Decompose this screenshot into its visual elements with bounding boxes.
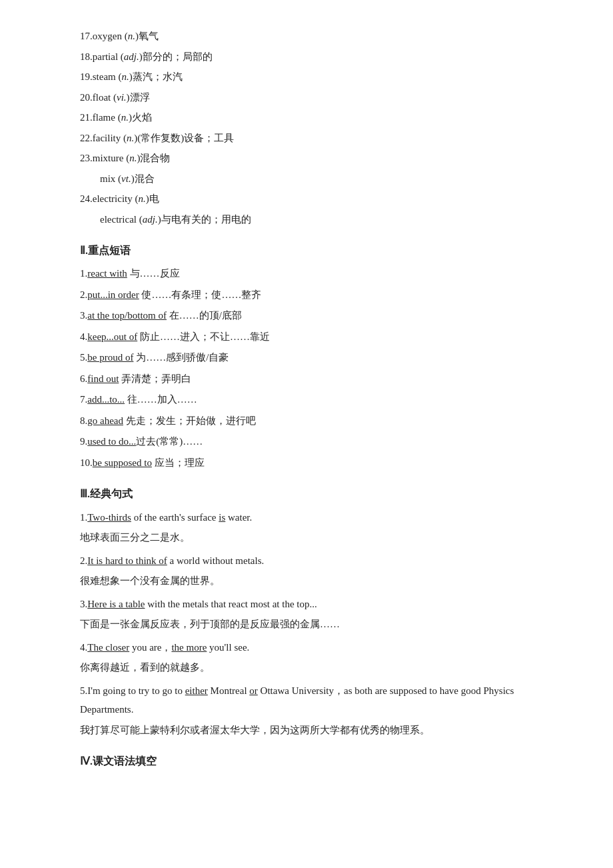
phrase-num: 3.	[80, 310, 87, 321]
phrase-meaning: 使……有条理；使……整齐	[141, 289, 261, 300]
phrase-meaning: 与……反应	[130, 268, 180, 279]
vocab-meaning: (常作复数)设备；工具	[137, 133, 234, 143]
phrase-meaning: 应当；理应	[155, 457, 205, 468]
sentence-underline-2: or	[249, 685, 258, 696]
sentence-num: 2.	[80, 555, 87, 566]
vocab-number: 18.	[80, 51, 93, 62]
sentence-underline: The closer	[87, 642, 129, 653]
sentence-num: 4.	[80, 642, 87, 653]
vocab-list: 17.oxygen (n.)氧气 18.partial (adj.)部分的；局部…	[80, 27, 546, 229]
vocab-meaning: 漂浮	[130, 92, 150, 103]
vocab-word: mixture	[93, 153, 124, 163]
phrase-en: add...to...	[87, 394, 125, 405]
phrase-num: 7.	[80, 394, 87, 405]
phrase-item-8: 8.go ahead 先走；发生；开始做，进行吧	[80, 411, 546, 431]
vocab-item-20: 20.float (vi.)漂浮	[80, 88, 546, 107]
phrase-item-10: 10.be supposed to 应当；理应	[80, 453, 546, 473]
vocab-word: mix	[100, 173, 115, 184]
vocab-item-electrical: electrical (adj.)与电有关的；用电的	[80, 210, 546, 229]
phrase-meaning: 在……的顶/底部	[169, 310, 242, 321]
phrase-item-6: 6.find out 弄清楚；弄明白	[80, 369, 546, 389]
phrase-en: used to do...	[87, 436, 136, 447]
vocab-word: flame	[93, 112, 115, 123]
vocab-pos: n.	[128, 31, 135, 41]
phrase-en: find out	[87, 373, 119, 384]
vocab-number: 23.	[80, 153, 93, 163]
phrase-item-7: 7.add...to... 往……加入……	[80, 390, 546, 409]
vocab-meaning: 与电有关的；用电的	[161, 214, 251, 225]
phrase-en: put...in order	[87, 289, 139, 300]
vocab-pos: adj.	[143, 214, 158, 225]
vocab-item-24: 24.electricity (n.)电	[80, 189, 546, 209]
phrase-num: 6.	[80, 373, 87, 384]
vocab-pos: n.	[129, 153, 137, 163]
vocab-word: electrical	[100, 214, 137, 225]
vocab-meaning: 混合物	[140, 153, 170, 163]
phrase-num: 10.	[80, 457, 93, 468]
vocab-word: facility	[93, 133, 121, 143]
phrase-en: react with	[87, 268, 127, 279]
sentence-num: 3.	[80, 599, 87, 609]
section3-title: Ⅲ.经典句式	[80, 484, 546, 503]
phrase-en: go ahead	[87, 415, 123, 426]
phrase-num: 4.	[80, 331, 87, 342]
vocab-meaning: 火焰	[132, 112, 152, 123]
sentence-item-4-en: 4.The closer you are，the more you'll see…	[80, 638, 546, 657]
phrase-num: 9.	[80, 436, 87, 447]
sentence-num: 5.	[80, 685, 87, 696]
sentence-item-5-cn: 我打算尽可能上蒙特利尔或者渥太华大学，因为这两所大学都有优秀的物理系。	[80, 721, 546, 740]
vocab-word: steam	[93, 71, 116, 82]
phrase-meaning: 为……感到骄傲/自豪	[136, 352, 229, 363]
vocab-word: float	[93, 92, 111, 103]
sentence-underline: either	[185, 685, 208, 696]
sentence-underline: Here is a table	[87, 599, 145, 609]
sentence-item-3-cn: 下面是一张金属反应表，列于顶部的是反应最强的金属……	[80, 615, 546, 634]
sentence-item-2-cn: 很难想象一个没有金属的世界。	[80, 571, 546, 591]
phrase-num: 2.	[80, 289, 87, 300]
phrase-item-5: 5.be proud of 为……感到骄傲/自豪	[80, 348, 546, 367]
phrase-meaning: 先走；发生；开始做，进行吧	[126, 415, 256, 426]
vocab-pos: n.	[121, 112, 129, 123]
phrase-item-2: 2.put...in order 使……有条理；使……整齐	[80, 285, 546, 305]
vocab-meaning: 部分的；局部的	[143, 51, 213, 62]
sentence-item-3-en: 3.Here is a table with the metals that r…	[80, 595, 546, 614]
phrase-item-9: 9.used to do...过去(常常)……	[80, 432, 546, 451]
vocab-item-19: 19.steam (n.)蒸汽；水汽	[80, 67, 546, 87]
phrase-item-1: 1.react with 与……反应	[80, 264, 546, 283]
vocab-pos: vt.	[121, 173, 131, 184]
section4-title: Ⅳ.课文语法填空	[80, 751, 546, 771]
vocab-meaning: 蒸汽；水汽	[133, 71, 183, 82]
vocab-number: 20.	[80, 92, 93, 103]
phrase-meaning: 往……加入……	[127, 394, 197, 405]
vocab-number: 17.	[80, 31, 93, 41]
sentence-item-5-en: 5.I'm going to try to go to either Montr…	[80, 681, 546, 719]
section2-title: Ⅱ.重点短语	[80, 241, 546, 260]
vocab-pos: n.	[127, 133, 134, 143]
sentence-list: 1.Two-thirds of the earth's surface is w…	[80, 508, 546, 740]
vocab-item-22: 22.facility (n.)(常作复数)设备；工具	[80, 129, 546, 148]
sentence-item-4-cn: 你离得越近，看到的就越多。	[80, 658, 546, 677]
phrase-num: 5.	[80, 352, 87, 363]
phrase-en: keep...out of	[87, 331, 137, 342]
vocab-meaning: 混合	[135, 173, 155, 184]
phrase-en: at the top/bottom of	[87, 310, 167, 321]
vocab-meaning: 氧气	[139, 31, 159, 41]
vocab-item-23: 23.mixture (n.)混合物	[80, 149, 546, 168]
sentence-item-1-en: 1.Two-thirds of the earth's surface is w…	[80, 508, 546, 527]
vocab-item-mix: mix (vt.)混合	[80, 169, 546, 189]
vocab-word: partial	[93, 51, 118, 62]
sentence-num: 1.	[80, 512, 87, 523]
vocab-item-17: 17.oxygen (n.)氧气	[80, 27, 546, 46]
vocab-pos: vi.	[117, 92, 127, 103]
phrase-meaning: 弄清楚；弄明白	[121, 373, 191, 384]
vocab-number: 22.	[80, 133, 93, 143]
phrase-meaning: 防止……进入；不让……靠近	[140, 331, 270, 342]
vocab-number: 21.	[80, 112, 93, 123]
sentence-underline-2: is	[219, 512, 225, 523]
content-area: 17.oxygen (n.)氧气 18.partial (adj.)部分的；局部…	[80, 27, 546, 771]
phrase-meaning: 过去(常常)……	[136, 436, 203, 447]
vocab-number: 24.	[80, 193, 93, 204]
phrase-num: 8.	[80, 415, 87, 426]
vocab-item-18: 18.partial (adj.)部分的；局部的	[80, 47, 546, 67]
phrase-item-3: 3.at the top/bottom of 在……的顶/底部	[80, 306, 546, 325]
